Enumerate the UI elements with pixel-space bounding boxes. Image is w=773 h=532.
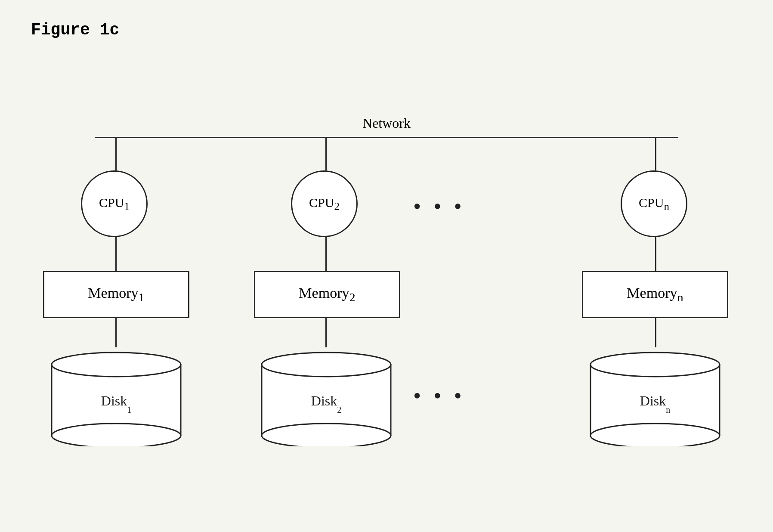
network-label: Network [0,115,773,131]
svg-point-1 [52,424,181,446]
dots-cpu-area: • • • [413,194,465,219]
dots-disk-area: • • • [413,383,465,408]
disk2-svg: Disk2 [257,347,395,446]
memoryn-box: Memoryn [582,271,728,318]
memoryn-subscript: n [677,290,683,303]
v-line-cpun-network [655,137,656,170]
v-line-cpu1-memory [115,237,117,271]
diskn-cylinder: Diskn [586,347,724,446]
disk2-cylinder: Disk2 [257,347,395,446]
memory1-subscript: 1 [138,290,144,303]
cpu2-node: CPU2 [291,170,358,237]
cpu1-subscript: 1 [124,201,130,212]
cpun-node: CPUn [621,170,687,237]
cpu1-label: CPU1 [99,195,130,213]
v-line-memory2-disk [325,318,327,347]
svg-point-9 [591,424,720,446]
svg-point-5 [262,424,391,446]
memory2-box: Memory2 [254,271,400,318]
svg-point-10 [591,353,720,377]
page: Figure 1c Network CPU1 Memory1 Disk1 CPU… [0,0,773,532]
v-line-memory1-disk [115,318,117,347]
v-line-memoryn-disk [655,318,656,347]
cpun-label: CPUn [639,195,669,213]
v-line-cpu1-network [115,137,117,170]
cpu2-subscript: 2 [334,201,340,212]
cpu1-node: CPU1 [81,170,148,237]
v-line-cpu2-memory [325,237,327,271]
memory1-box: Memory1 [43,271,189,318]
memory2-label: Memory2 [299,285,355,304]
v-line-cpun-memory [655,237,656,271]
cpun-subscript: n [664,201,669,212]
svg-point-6 [262,353,391,377]
disk1-svg: Disk1 [47,347,185,446]
memory1-label: Memory1 [88,285,144,304]
v-line-cpu2-network [325,137,327,170]
memoryn-label: Memoryn [627,285,683,304]
disk1-cylinder: Disk1 [47,347,185,446]
memory2-subscript: 2 [349,290,355,303]
svg-point-2 [52,353,181,377]
diskn-svg: Diskn [586,347,724,446]
cpu2-label: CPU2 [309,195,340,213]
figure-title: Figure 1c [31,21,119,39]
network-line [95,137,678,138]
